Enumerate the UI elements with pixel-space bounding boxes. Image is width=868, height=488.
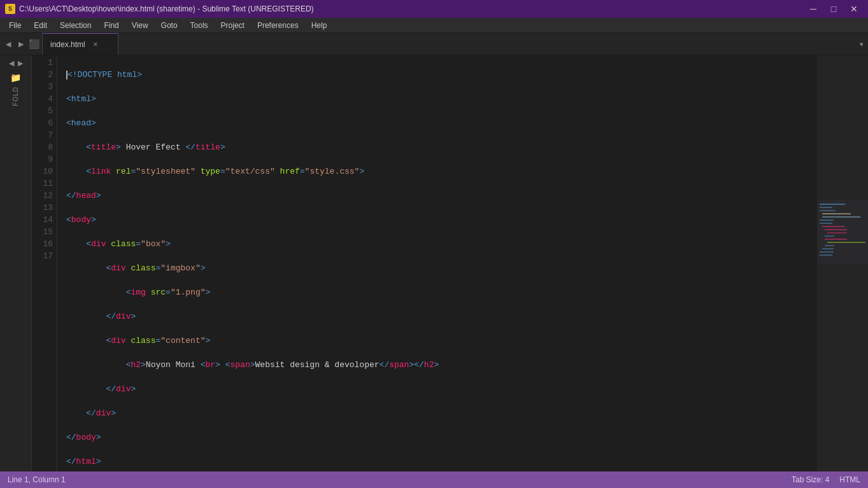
line-num-9: 9	[32, 153, 53, 165]
code-line-11: </div>	[66, 310, 817, 323]
maximize-button[interactable]: □	[825, 0, 843, 18]
minimap[interactable]	[817, 55, 868, 471]
fold-arrow-right[interactable]: ▶	[17, 58, 24, 69]
status-bar: Line 1, Column 1 Tab Size: 4 HTML	[0, 471, 868, 488]
tab-close-button[interactable]: ×	[90, 39, 101, 50]
menu-file[interactable]: File	[3, 18, 27, 33]
menu-view[interactable]: View	[125, 18, 155, 33]
fold-label: FOLD	[12, 87, 19, 106]
tab-filename: index.html	[50, 40, 85, 49]
fold-arrows: ◀ ▶	[8, 58, 24, 69]
line-num-11: 11	[32, 178, 53, 190]
window-title: C:\Users\ACT\Desktop\hover\index.html (s…	[19, 4, 314, 13]
tab-dropdown-button[interactable]: ▾	[859, 39, 864, 50]
menu-help[interactable]: Help	[305, 18, 334, 33]
line-num-3: 3	[32, 81, 53, 93]
code-line-13: <h2>Noyon Moni <br> <span>Websit design …	[66, 359, 817, 371]
tab-next-button[interactable]: ▶	[15, 38, 27, 50]
sidebar-toggle-button[interactable]: ⬛	[28, 38, 39, 50]
code-line-7: <body>	[66, 214, 817, 226]
line-num-1: 1	[32, 57, 53, 69]
tab-prev-button[interactable]: ◀	[3, 38, 14, 50]
minimize-button[interactable]: ─	[804, 0, 822, 18]
code-line-10: <img src="1.png">	[66, 286, 817, 298]
status-right: Tab Size: 4 HTML	[792, 475, 860, 484]
status-position: Line 1, Column 1	[8, 475, 66, 484]
folder-icon-button[interactable]: 📁	[9, 71, 22, 84]
line-num-17: 17	[32, 250, 53, 262]
menu-preferences[interactable]: Preferences	[251, 18, 305, 33]
line-num-16: 16	[32, 238, 53, 250]
code-line-17: </html>	[66, 456, 817, 468]
line-num-8: 8	[32, 141, 53, 153]
line-num-7: 7	[32, 129, 53, 141]
code-line-4: <title> Hover Efect </title>	[66, 141, 817, 153]
svg-rect-18	[817, 200, 868, 263]
active-tab[interactable]: index.html ×	[42, 33, 118, 55]
code-line-1: <!DOCTYPE html>	[66, 69, 817, 81]
fold-arrow-left[interactable]: ◀	[8, 58, 15, 69]
code-line-16: </body>	[66, 431, 817, 443]
code-line-9: <div class="imgbox">	[66, 262, 817, 274]
code-line-6: </head>	[66, 190, 817, 202]
editor-container: ◀ ▶ 📁 FOLD 1 2 3 4 5 6 7 8 9 10 11 12 13…	[0, 55, 868, 471]
menu-edit[interactable]: Edit	[27, 18, 53, 33]
code-line-14: </div>	[66, 383, 817, 395]
menu-bar: File Edit Selection Find View Goto Tools…	[0, 18, 868, 33]
status-tab-size[interactable]: Tab Size: 4	[792, 475, 829, 484]
line-num-5: 5	[32, 105, 53, 117]
line-num-2: 2	[32, 69, 53, 81]
line-num-4: 4	[32, 93, 53, 105]
code-line-5: <link rel="stylesheet" type="text/css" h…	[66, 165, 817, 178]
close-button[interactable]: ✕	[845, 0, 863, 18]
code-line-3: <head>	[66, 117, 817, 129]
menu-project[interactable]: Project	[215, 18, 251, 33]
minimap-svg	[817, 55, 868, 471]
line-num-13: 13	[32, 202, 53, 214]
code-line-12: <div class="content">	[66, 335, 817, 347]
line-num-15: 15	[32, 226, 53, 238]
menu-tools[interactable]: Tools	[184, 18, 215, 33]
menu-goto[interactable]: Goto	[155, 18, 184, 33]
window-controls: ─ □ ✕	[804, 0, 863, 18]
code-editor[interactable]: <!DOCTYPE html> <html> <head> <title> Ho…	[57, 55, 817, 471]
status-left: Line 1, Column 1	[8, 475, 66, 484]
fold-panel: ◀ ▶ 📁 FOLD	[0, 55, 32, 471]
app-icon: S	[5, 4, 15, 14]
line-num-10: 10	[32, 165, 53, 178]
menu-selection[interactable]: Selection	[53, 18, 97, 33]
menu-find[interactable]: Find	[97, 18, 125, 33]
tab-left-controls: ◀ ▶ ⬛	[0, 33, 42, 55]
code-line-15: </div>	[66, 407, 817, 419]
status-language[interactable]: HTML	[839, 475, 860, 484]
title-bar: S C:\Users\ACT\Desktop\hover\index.html …	[0, 0, 868, 18]
code-line-8: <div class="box">	[66, 238, 817, 250]
line-num-6: 6	[32, 117, 53, 129]
line-num-14: 14	[32, 214, 53, 226]
code-line-2: <html>	[66, 93, 817, 105]
tab-bar: ◀ ▶ ⬛ index.html × ▾	[0, 33, 868, 55]
line-numbers: 1 2 3 4 5 6 7 8 9 10 11 12 13 14 15 16 1…	[32, 55, 57, 471]
line-num-12: 12	[32, 190, 53, 202]
